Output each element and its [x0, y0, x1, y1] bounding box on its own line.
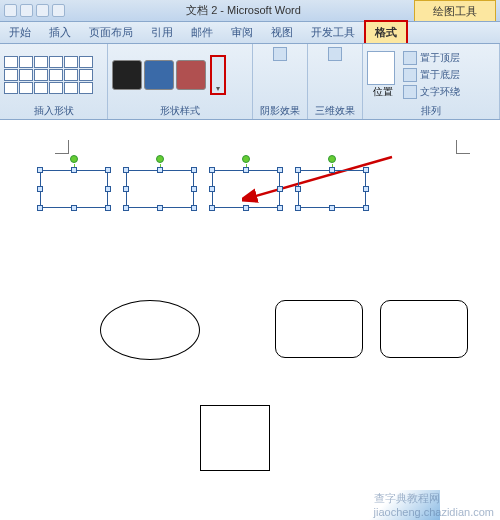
resize-handle[interactable] [277, 167, 283, 173]
threed-icon[interactable] [328, 47, 342, 61]
shape-thumb-icon[interactable] [19, 82, 33, 94]
selected-rectangle[interactable] [212, 170, 280, 208]
shape-thumb-icon[interactable] [34, 69, 48, 81]
shape-styles-more-button[interactable]: ▾ [210, 55, 226, 95]
shape-square[interactable] [200, 405, 270, 471]
resize-handle[interactable] [363, 167, 369, 173]
shape-thumb-icon[interactable] [34, 82, 48, 94]
resize-handle[interactable] [243, 205, 249, 211]
resize-handle[interactable] [157, 205, 163, 211]
shape-thumb-icon[interactable] [49, 69, 63, 81]
style-swatch-red[interactable] [176, 60, 206, 90]
resize-handle[interactable] [329, 205, 335, 211]
rotate-handle-icon[interactable] [242, 155, 250, 163]
resize-handle[interactable] [71, 167, 77, 173]
resize-handle[interactable] [157, 167, 163, 173]
shape-thumb-icon[interactable] [49, 82, 63, 94]
selected-shapes-row[interactable] [40, 170, 366, 208]
group-3d: 三维效果 [308, 44, 363, 119]
resize-handle[interactable] [243, 167, 249, 173]
selected-rectangle[interactable] [40, 170, 108, 208]
resize-handle[interactable] [209, 167, 215, 173]
resize-handle[interactable] [363, 186, 369, 192]
resize-handle[interactable] [277, 186, 283, 192]
group-shadow: 阴影效果 [253, 44, 308, 119]
shape-rounded-rect[interactable] [380, 300, 468, 358]
shape-thumb-icon[interactable] [4, 69, 18, 81]
send-back-icon [403, 68, 417, 82]
qat-redo-icon[interactable] [36, 4, 49, 17]
resize-handle[interactable] [191, 186, 197, 192]
shape-thumb-icon[interactable] [34, 56, 48, 68]
tab-references[interactable]: 引用 [142, 22, 182, 43]
text-wrap-button[interactable]: 文字环绕 [400, 84, 463, 100]
shape-thumb-icon[interactable] [64, 56, 78, 68]
resize-handle[interactable] [123, 167, 129, 173]
shape-thumb-icon[interactable] [19, 56, 33, 68]
resize-handle[interactable] [363, 205, 369, 211]
qat-print-icon[interactable] [52, 4, 65, 17]
group-arrange: 位置 置于顶层 置于底层 文字环绕 排列 [363, 44, 500, 119]
shape-thumb-icon[interactable] [79, 69, 93, 81]
shape-rounded-rect[interactable] [275, 300, 363, 358]
resize-handle[interactable] [329, 167, 335, 173]
shape-thumb-icon[interactable] [4, 56, 18, 68]
selected-rectangle[interactable] [298, 170, 366, 208]
resize-handle[interactable] [105, 205, 111, 211]
group-label: 形状样式 [112, 103, 248, 118]
shape-gallery[interactable] [4, 56, 93, 94]
selected-rectangle[interactable] [126, 170, 194, 208]
position-button[interactable]: 位置 [367, 51, 398, 99]
resize-handle[interactable] [295, 186, 301, 192]
shape-thumb-icon[interactable] [64, 82, 78, 94]
resize-handle[interactable] [209, 205, 215, 211]
resize-handle[interactable] [105, 186, 111, 192]
group-insert-shapes: 插入形状 [0, 44, 108, 119]
shape-thumb-icon[interactable] [19, 69, 33, 81]
bring-front-icon [403, 51, 417, 65]
tab-layout[interactable]: 页面布局 [80, 22, 142, 43]
send-back-button[interactable]: 置于底层 [400, 67, 463, 83]
qat-undo-icon[interactable] [20, 4, 33, 17]
group-label: 三维效果 [312, 103, 358, 118]
shape-thumb-icon[interactable] [49, 56, 63, 68]
tab-review[interactable]: 审阅 [222, 22, 262, 43]
rotate-handle-icon[interactable] [70, 155, 78, 163]
resize-handle[interactable] [123, 186, 129, 192]
tab-start[interactable]: 开始 [0, 22, 40, 43]
shape-ellipse[interactable] [100, 300, 200, 360]
rotate-handle-icon[interactable] [156, 155, 164, 163]
resize-handle[interactable] [37, 167, 43, 173]
shape-thumb-icon[interactable] [4, 82, 18, 94]
resize-handle[interactable] [295, 205, 301, 211]
resize-handle[interactable] [191, 205, 197, 211]
quick-access-toolbar[interactable] [4, 4, 65, 17]
group-label: 插入形状 [4, 103, 103, 118]
style-swatch-black[interactable] [112, 60, 142, 90]
tab-format[interactable]: 格式 [364, 20, 408, 43]
position-label: 位置 [373, 85, 393, 99]
shape-thumb-icon[interactable] [79, 56, 93, 68]
tab-mail[interactable]: 邮件 [182, 22, 222, 43]
resize-handle[interactable] [191, 167, 197, 173]
shadow-icon[interactable] [273, 47, 287, 61]
resize-handle[interactable] [37, 205, 43, 211]
style-swatch-blue[interactable] [144, 60, 174, 90]
rotate-handle-icon[interactable] [328, 155, 336, 163]
resize-handle[interactable] [209, 186, 215, 192]
resize-handle[interactable] [277, 205, 283, 211]
tab-developer[interactable]: 开发工具 [302, 22, 364, 43]
group-label: 阴影效果 [257, 103, 303, 118]
qat-save-icon[interactable] [4, 4, 17, 17]
shape-thumb-icon[interactable] [79, 82, 93, 94]
resize-handle[interactable] [295, 167, 301, 173]
tab-view[interactable]: 视图 [262, 22, 302, 43]
shape-thumb-icon[interactable] [64, 69, 78, 81]
resize-handle[interactable] [105, 167, 111, 173]
document-canvas[interactable]: 查字典教程网 jiaocheng.chazidian.com [0, 120, 500, 520]
bring-front-button[interactable]: 置于顶层 [400, 50, 463, 66]
resize-handle[interactable] [37, 186, 43, 192]
tab-insert[interactable]: 插入 [40, 22, 80, 43]
resize-handle[interactable] [71, 205, 77, 211]
resize-handle[interactable] [123, 205, 129, 211]
